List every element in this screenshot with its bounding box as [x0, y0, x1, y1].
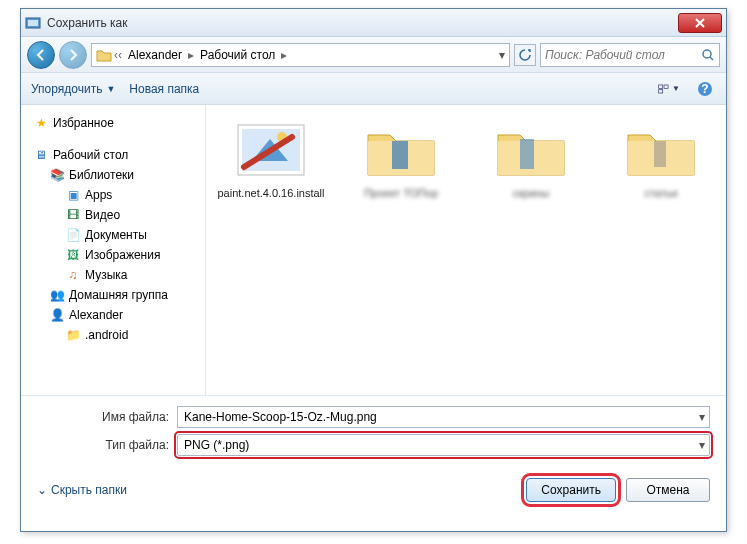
hide-folders-toggle[interactable]: ⌄ Скрыть папки: [37, 483, 127, 497]
tree-android[interactable]: 📁.android: [25, 325, 201, 345]
folder-label: Проект ТОПор: [346, 187, 456, 199]
svg-rect-5: [659, 89, 663, 92]
chevron-right-icon: ▸: [188, 48, 194, 62]
tree-apps[interactable]: ▣Apps: [25, 185, 201, 205]
image-thumbnail: [232, 119, 310, 181]
close-button[interactable]: [678, 13, 722, 33]
tree-homegroup[interactable]: 👥Домашняя группа: [25, 285, 201, 305]
organize-menu[interactable]: Упорядочить ▼: [31, 82, 115, 96]
pictures-icon: 🖼: [65, 247, 81, 263]
music-icon: ♫: [65, 267, 81, 283]
folder-thumbnail: [622, 119, 700, 181]
folder-thumbnail: [492, 119, 570, 181]
filename-input[interactable]: Kane-Home-Scoop-15-Oz.-Mug.png ▾: [177, 406, 710, 428]
file-list: paint.net.4.0.16.install Проект ТОПор ск…: [206, 105, 726, 395]
search-input[interactable]: [545, 48, 701, 62]
toolbar: Упорядочить ▼ Новая папка ▼ ?: [21, 73, 726, 105]
filename-panel: Имя файла: Kane-Home-Scoop-15-Oz.-Mug.pn…: [21, 395, 726, 466]
svg-text:?: ?: [701, 82, 708, 96]
filetype-dropdown[interactable]: PNG (*.png) ▾: [177, 434, 710, 456]
dialog-body: ★Избранное 🖥Рабочий стол 📚Библиотеки ▣Ap…: [21, 105, 726, 395]
titlebar: Сохранить как: [21, 9, 726, 37]
folder-icon: 📁: [65, 327, 81, 343]
filetype-label: Тип файла:: [37, 438, 177, 452]
folder-icon: [96, 48, 112, 62]
folder-item[interactable]: статьи: [606, 119, 716, 199]
star-icon: ★: [33, 115, 49, 131]
chevron-down-icon: ⌄: [37, 483, 47, 497]
svg-rect-4: [664, 84, 668, 87]
window-title: Сохранить как: [47, 16, 678, 30]
apps-icon: ▣: [65, 187, 81, 203]
folder-item[interactable]: скрины: [476, 119, 586, 199]
app-icon: [25, 15, 41, 31]
breadcrumb-item[interactable]: Рабочий стол: [196, 46, 279, 64]
navigation-tree: ★Избранное 🖥Рабочий стол 📚Библиотеки ▣Ap…: [21, 105, 206, 395]
tree-music[interactable]: ♫Музыка: [25, 265, 201, 285]
tree-desktop[interactable]: 🖥Рабочий стол: [25, 145, 201, 165]
cancel-button[interactable]: Отмена: [626, 478, 710, 502]
folder-thumbnail: [362, 119, 440, 181]
user-icon: 👤: [49, 307, 65, 323]
view-options-button[interactable]: ▼: [658, 78, 680, 100]
svg-rect-13: [654, 141, 666, 167]
folder-label: статьи: [606, 187, 716, 199]
tree-user[interactable]: 👤Alexander: [25, 305, 201, 325]
navigation-bar: ‹‹ Alexander ▸ Рабочий стол ▸ ▾: [21, 37, 726, 73]
dialog-footer: ⌄ Скрыть папки Сохранить Отмена: [21, 466, 726, 514]
tree-documents[interactable]: 📄Документы: [25, 225, 201, 245]
search-icon: [701, 48, 715, 62]
video-icon: 🎞: [65, 207, 81, 223]
tree-libraries[interactable]: 📚Библиотеки: [25, 165, 201, 185]
chevron-down-icon[interactable]: ▾: [699, 438, 705, 452]
svg-rect-12: [520, 139, 534, 169]
dropdown-icon[interactable]: ▾: [499, 48, 505, 62]
folder-label: скрины: [476, 187, 586, 199]
chevron-down-icon: ▼: [106, 84, 115, 94]
new-folder-button[interactable]: Новая папка: [129, 82, 199, 96]
chevron-right-icon: ▸: [281, 48, 287, 62]
folder-item[interactable]: Проект ТОПор: [346, 119, 456, 199]
file-item[interactable]: paint.net.4.0.16.install: [216, 119, 326, 199]
help-button[interactable]: ?: [694, 78, 716, 100]
desktop-icon: 🖥: [33, 147, 49, 163]
svg-point-2: [703, 50, 711, 58]
address-bar[interactable]: ‹‹ Alexander ▸ Рабочий стол ▸ ▾: [91, 43, 510, 67]
breadcrumb-item[interactable]: Alexander: [124, 46, 186, 64]
tree-pictures[interactable]: 🖼Изображения: [25, 245, 201, 265]
svg-rect-11: [392, 141, 408, 169]
search-box[interactable]: [540, 43, 720, 67]
documents-icon: 📄: [65, 227, 81, 243]
save-dialog: Сохранить как ‹‹ Alexander ▸ Рабочий сто…: [20, 8, 727, 532]
back-button[interactable]: [27, 41, 55, 69]
chevron-right-icon: ‹‹: [114, 48, 122, 62]
forward-button[interactable]: [59, 41, 87, 69]
file-label: paint.net.4.0.16.install: [216, 187, 326, 199]
libraries-icon: 📚: [49, 167, 65, 183]
refresh-button[interactable]: [514, 44, 536, 66]
tree-favorites[interactable]: ★Избранное: [25, 113, 201, 133]
homegroup-icon: 👥: [49, 287, 65, 303]
svg-rect-3: [659, 84, 663, 87]
save-button[interactable]: Сохранить: [526, 478, 616, 502]
chevron-down-icon[interactable]: ▾: [699, 410, 705, 424]
filename-label: Имя файла:: [37, 410, 177, 424]
tree-video[interactable]: 🎞Видео: [25, 205, 201, 225]
svg-rect-1: [28, 20, 38, 26]
